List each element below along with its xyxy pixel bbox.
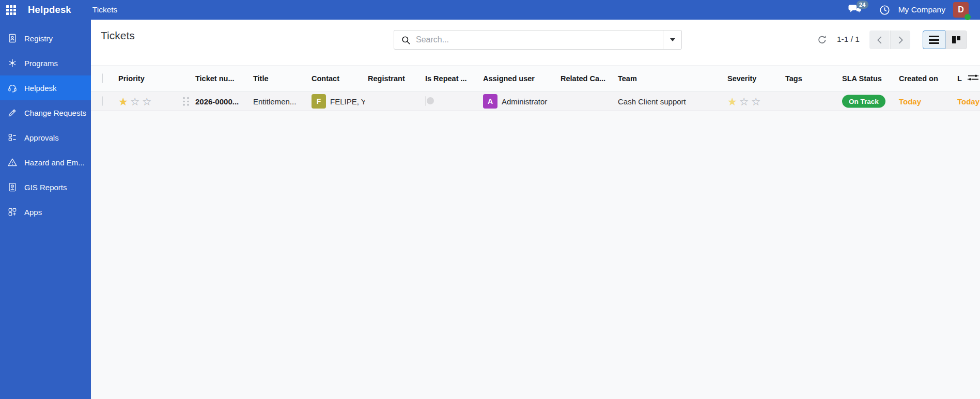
pager-previous-button[interactable] <box>869 30 890 49</box>
column-header-team[interactable]: Team <box>618 74 637 83</box>
row-checkbox[interactable] <box>102 96 103 106</box>
contact-name: FELIPE, YO <box>330 97 365 106</box>
warning-triangle-icon <box>7 157 18 167</box>
search-input[interactable] <box>416 35 661 44</box>
star-icon-filled[interactable] <box>727 96 737 107</box>
contact-avatar: F <box>312 94 326 109</box>
star-icon-filled[interactable] <box>118 96 128 107</box>
app-switcher-icon[interactable] <box>6 5 16 15</box>
priority-rating[interactable] <box>118 96 151 107</box>
star-icon-empty[interactable] <box>751 96 761 107</box>
sidebar-item-label: Change Requests <box>24 109 86 117</box>
user-avatar-initial: D <box>958 5 964 14</box>
screen: Helpdesk Tickets 24 My Company D <box>0 0 980 399</box>
sidebar-item-label: Hazard and Em... <box>24 158 85 167</box>
assigned-user-cell: A Administrator <box>483 94 547 109</box>
chevron-right-icon <box>898 36 903 44</box>
company-menu[interactable]: My Company <box>898 5 945 14</box>
sidebar-item-helpdesk[interactable]: Helpdesk <box>0 75 91 100</box>
toggle-knob <box>427 97 434 104</box>
sidebar-item-label: GIS Reports <box>24 183 67 192</box>
star-icon-empty[interactable] <box>739 96 749 107</box>
messages-count-badge: 24 <box>857 1 868 9</box>
sidebar-item-label: Programs <box>24 59 58 68</box>
app-title[interactable]: Helpdesk <box>28 4 71 16</box>
sidebar-item-apps[interactable]: Apps <box>0 199 91 224</box>
kanban-view-icon <box>952 36 961 44</box>
column-header-title[interactable]: Title <box>253 74 269 83</box>
topbar-right-cluster: 24 My Company D <box>848 2 980 18</box>
sidebar: Registry Programs Helpdesk Change Reques… <box>0 20 91 399</box>
apps-grid-icon <box>7 207 18 217</box>
pager-next-button[interactable] <box>890 30 910 49</box>
sidebar-item-label: Registry <box>24 34 53 43</box>
topbar-nav-tickets[interactable]: Tickets <box>92 5 118 14</box>
contact-cell: F FELIPE, YO <box>312 94 365 109</box>
sidebar-item-label: Approvals <box>24 133 59 142</box>
presence-status-dot <box>965 14 971 20</box>
column-header-contact[interactable]: Contact <box>312 74 339 83</box>
ticket-number: 2026-0000... <box>195 97 239 106</box>
chevron-down-icon <box>670 38 675 41</box>
topbar: Helpdesk Tickets 24 My Company D <box>0 0 980 20</box>
chevron-left-icon <box>877 36 882 44</box>
select-all-checkbox[interactable] <box>102 73 103 83</box>
created-on-value: Today <box>899 97 921 106</box>
search-icon <box>401 35 411 45</box>
sidebar-item-programs[interactable]: Programs <box>0 51 91 75</box>
column-header-tags[interactable]: Tags <box>785 74 802 83</box>
column-header-registrant[interactable]: Registrant <box>368 74 405 83</box>
id-card-icon <box>7 33 18 43</box>
sliders-icon <box>968 73 978 82</box>
sidebar-item-label: Apps <box>24 208 42 217</box>
headset-icon <box>7 83 18 93</box>
column-header-priority[interactable]: Priority <box>118 74 145 83</box>
column-header-is-repeat[interactable]: Is Repeat ... <box>425 74 467 83</box>
assigned-user-avatar: A <box>483 94 497 109</box>
search-filter-dropdown-button[interactable] <box>663 30 681 49</box>
sla-status-badge: On Track <box>842 95 885 108</box>
column-header-last-updated[interactable]: L <box>957 74 962 83</box>
column-header-related-case[interactable]: Related Ca... <box>561 74 605 83</box>
list-toolbar: Tickets 1-1 / 1 <box>91 20 980 65</box>
checklist-icon <box>7 132 18 143</box>
pencil-icon <box>7 108 18 118</box>
star-icon-empty[interactable] <box>130 96 140 107</box>
star-icon-empty[interactable] <box>142 96 152 107</box>
list-view-icon <box>929 36 939 44</box>
kanban-view-toggle[interactable] <box>945 30 967 49</box>
page-title: Tickets <box>101 29 135 42</box>
activities-button[interactable] <box>879 4 891 16</box>
table-header-row: Priority Ticket nu... Title Contact Regi… <box>91 65 980 91</box>
assigned-user-name: Administrator <box>502 97 547 106</box>
column-header-sla-status[interactable]: SLA Status <box>842 74 882 83</box>
is-repeat-toggle[interactable] <box>425 96 426 106</box>
map-document-icon <box>7 182 18 192</box>
refresh-icon <box>817 34 828 45</box>
clock-icon <box>879 4 891 16</box>
column-header-ticket-number[interactable]: Ticket nu... <box>195 74 234 83</box>
user-avatar[interactable]: D <box>953 2 969 18</box>
sidebar-item-hazard[interactable]: Hazard and Em... <box>0 150 91 175</box>
drag-handle[interactable] <box>183 97 189 106</box>
table-row[interactable]: 2026-0000... Entitlemen... F FELIPE, YO … <box>91 92 980 111</box>
column-header-created-on[interactable]: Created on <box>899 74 938 83</box>
severity-rating[interactable] <box>727 96 760 107</box>
snowflake-icon <box>7 58 18 68</box>
sidebar-item-change-requests[interactable]: Change Requests <box>0 100 91 125</box>
last-updated-value: Today <box>957 97 979 106</box>
pagination-label: 1-1 / 1 <box>837 35 860 44</box>
sidebar-item-registry[interactable]: Registry <box>0 26 91 51</box>
sidebar-item-gis-reports[interactable]: GIS Reports <box>0 175 91 199</box>
column-header-assigned-user[interactable]: Assigned user <box>483 74 535 83</box>
search-bar <box>394 30 682 50</box>
sidebar-item-approvals[interactable]: Approvals <box>0 125 91 150</box>
column-header-severity[interactable]: Severity <box>727 74 756 83</box>
refresh-button[interactable] <box>817 34 828 45</box>
main-content: Tickets 1-1 / 1 <box>91 20 980 399</box>
messages-button[interactable]: 24 <box>848 3 863 17</box>
team-name: Cash Client support <box>618 97 686 106</box>
sidebar-item-label: Helpdesk <box>24 84 57 93</box>
list-view-toggle-selected[interactable] <box>923 30 945 49</box>
column-settings-button[interactable] <box>968 73 978 84</box>
